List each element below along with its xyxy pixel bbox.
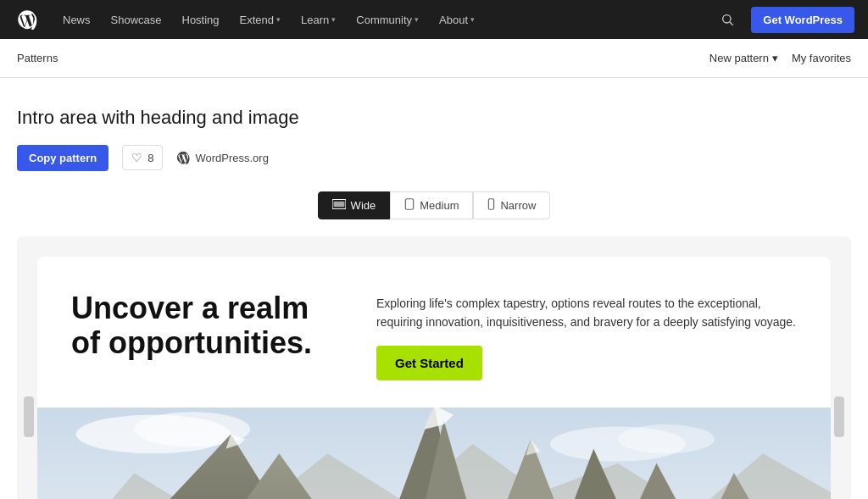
heart-icon: ♡	[131, 151, 142, 164]
svg-rect-5	[333, 202, 344, 207]
preview-container: Uncover a realm of opportunities. Explor…	[17, 236, 851, 499]
get-wordpress-button[interactable]: Get WordPress	[751, 7, 854, 33]
pattern-title: Intro area with heading and image	[17, 105, 851, 131]
source-label: WordPress.org	[195, 152, 268, 164]
get-started-button[interactable]: Get Started	[376, 346, 482, 380]
svg-rect-6	[406, 199, 414, 209]
nav-hosting[interactable]: Hosting	[174, 8, 228, 31]
my-favorites-link[interactable]: My favorites	[792, 52, 851, 64]
secondary-nav-right: New pattern ▾ My favorites	[709, 52, 851, 64]
copy-pattern-button[interactable]: Copy pattern	[17, 145, 108, 171]
view-wide-button[interactable]: Wide	[318, 191, 391, 219]
patterns-label: Patterns	[17, 52, 58, 64]
preview-content-top: Uncover a realm of opportunities. Explor…	[37, 257, 831, 408]
view-narrow-button[interactable]: Narrow	[473, 191, 550, 219]
nav-learn[interactable]: Learn▾	[292, 8, 344, 31]
top-nav: News Showcase Hosting Extend▾ Learn▾ Com…	[0, 0, 868, 39]
wide-icon	[332, 199, 346, 212]
view-wide-label: Wide	[351, 199, 376, 212]
secondary-nav: Patterns New pattern ▾ My favorites	[0, 39, 868, 78]
likes-badge[interactable]: ♡ 8	[122, 145, 163, 170]
nav-news[interactable]: News	[54, 8, 99, 31]
preview-right: Exploring life's complex tapestry, optio…	[376, 291, 797, 380]
nav-showcase[interactable]: Showcase	[103, 8, 170, 31]
svg-rect-7	[489, 199, 494, 209]
search-button[interactable]	[714, 6, 741, 33]
view-narrow-label: Narrow	[500, 199, 536, 212]
preview-heading: Uncover a realm of opportunities.	[71, 291, 342, 361]
nav-right: Get WordPress	[714, 6, 854, 33]
wordpress-logo[interactable]	[14, 6, 41, 33]
nav-extend[interactable]: Extend▾	[231, 8, 289, 31]
scroll-handle-left[interactable]	[24, 396, 34, 437]
narrow-icon	[487, 198, 495, 213]
view-medium-label: Medium	[420, 199, 459, 212]
medium-icon	[404, 198, 415, 213]
new-pattern-chevron: ▾	[772, 52, 778, 64]
likes-count: 8	[147, 152, 153, 164]
svg-line-2	[730, 22, 733, 25]
main-content: Intro area with heading and image Copy p…	[0, 78, 868, 499]
preview-card: Uncover a realm of opportunities. Explor…	[37, 257, 831, 499]
nav-community[interactable]: Community▾	[348, 8, 427, 31]
new-pattern-link[interactable]: New pattern ▾	[709, 52, 778, 64]
svg-point-12	[618, 424, 715, 453]
pattern-meta: Copy pattern ♡ 8 WordPress.org	[17, 145, 851, 171]
svg-point-1	[723, 15, 731, 23]
preview-image	[37, 408, 831, 499]
scroll-handle-right[interactable]	[834, 396, 844, 437]
source-attribution: WordPress.org	[176, 151, 268, 164]
view-controls: Wide Medium Narrow	[17, 191, 851, 219]
nav-links: News Showcase Hosting Extend▾ Learn▾ Com…	[54, 8, 714, 31]
preview-description: Exploring life's complex tapestry, optio…	[376, 294, 797, 332]
nav-about[interactable]: About▾	[431, 8, 483, 31]
view-medium-button[interactable]: Medium	[390, 191, 473, 219]
